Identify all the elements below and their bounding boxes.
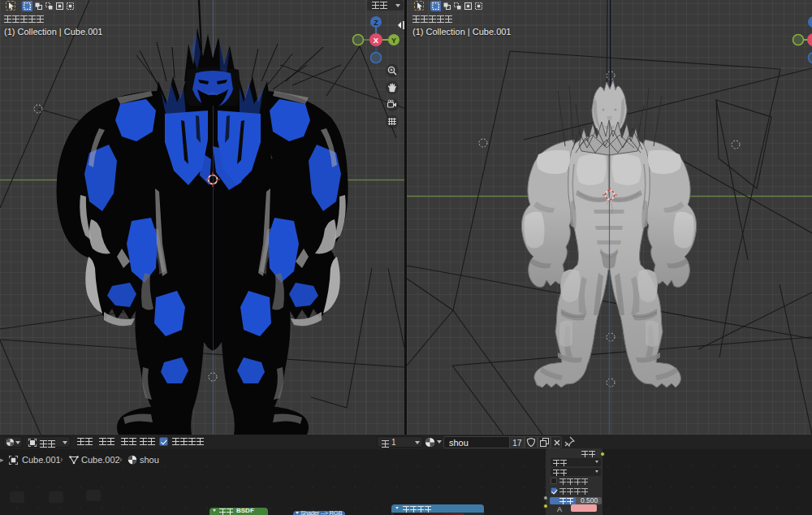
svg-text:X: X — [374, 36, 379, 45]
svg-text:Y: Y — [391, 37, 396, 45]
svg-text:Z: Z — [374, 19, 378, 27]
